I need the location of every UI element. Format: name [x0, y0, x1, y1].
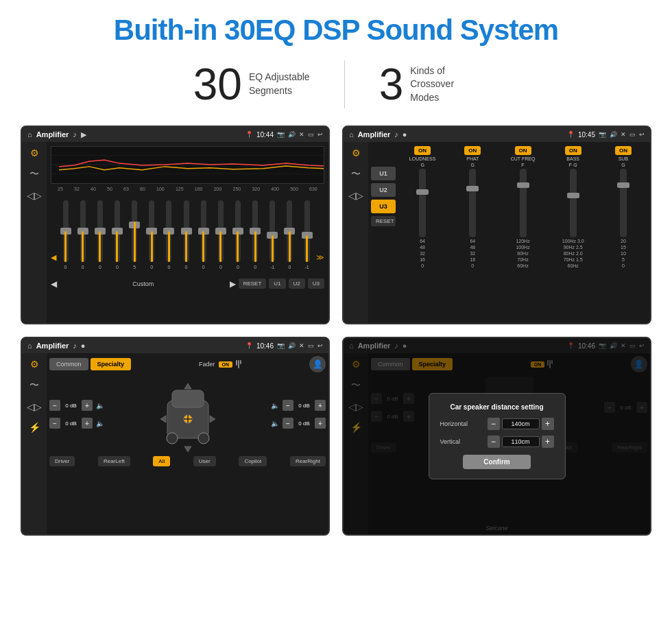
- screen-distance: ⌂ Amplifier ♪ ● 📍 10:46 📷 🔊 ✕ ▭ ↩ ⚙: [342, 337, 651, 536]
- confirm-button[interactable]: Confirm: [463, 455, 530, 469]
- stat-eq: 30 EQ Adjustable Segments: [159, 62, 344, 106]
- rr-speaker-icon: 🔈: [271, 420, 279, 427]
- screen2-title: Amplifier: [358, 130, 391, 139]
- fr-minus[interactable]: −: [283, 400, 293, 411]
- btn-driver[interactable]: Driver: [49, 456, 75, 466]
- bt-nav-icon[interactable]: ⚡: [29, 422, 40, 433]
- left-arrow[interactable]: ◀: [51, 204, 56, 265]
- ch-bass-on[interactable]: ON: [565, 146, 581, 155]
- vertical-plus[interactable]: +: [542, 436, 554, 448]
- ch-phat-label: PHAT: [466, 156, 479, 161]
- next-btn[interactable]: ▶: [230, 279, 236, 289]
- screen1-title: Amplifier: [36, 130, 69, 139]
- screen3-title: Amplifier: [36, 342, 69, 350]
- back-icon[interactable]: ↩: [317, 131, 323, 138]
- x-icon-2: ✕: [621, 131, 626, 138]
- btn-rearleft[interactable]: RearLeft: [98, 456, 130, 466]
- ch-loudness-slider[interactable]: [419, 169, 426, 237]
- screen2-body: ⚙ 〜 ◁▷ U1 U2 U3 RESET ON: [344, 142, 650, 323]
- wave-nav-icon-3[interactable]: 〜: [29, 379, 39, 392]
- btn-rearright[interactable]: RearRight: [290, 456, 326, 466]
- eq-slider-7: 0: [178, 200, 194, 270]
- rl-db-value: 0 dB: [62, 420, 80, 427]
- note-icon-3: ♪: [73, 342, 77, 350]
- preset-u1[interactable]: U1: [371, 167, 396, 180]
- ch-bass-slider[interactable]: [570, 169, 577, 237]
- car-graphic: [157, 377, 219, 452]
- screen-fader: ⌂ Amplifier ♪ ● 📍 10:46 📷 🔊 ✕ ▭ ↩ ⚙: [21, 337, 330, 536]
- stats-row: 30 EQ Adjustable Segments 3 Kinds of Cro…: [21, 60, 651, 108]
- stat-crossover: 3 Kinds of Crossover Modes: [345, 62, 514, 106]
- ch-sub: ON SUB G 20 15 10 5 0: [599, 146, 647, 319]
- ch-sub-slider[interactable]: [620, 169, 627, 237]
- crossover-main: U1 U2 U3 RESET ON LOUDNESS G: [368, 142, 650, 323]
- side-nav-3: ⚙ 〜 ◁▷ ⚡: [22, 353, 47, 534]
- wave-nav-icon-2[interactable]: 〜: [351, 168, 361, 180]
- stat-eq-number: 30: [193, 62, 242, 106]
- ch-cutfreq-on[interactable]: ON: [515, 146, 531, 155]
- right-double-arrow[interactable]: ≫: [316, 204, 324, 265]
- rl-minus[interactable]: −: [49, 418, 60, 429]
- screen3-time: 10:46: [256, 342, 274, 350]
- vol-nav-icon[interactable]: ◁▷: [27, 190, 42, 201]
- preset-u2[interactable]: U2: [371, 183, 396, 197]
- fr-plus[interactable]: +: [315, 400, 326, 411]
- home-icon[interactable]: ⌂: [27, 130, 32, 139]
- home-icon-3[interactable]: ⌂: [27, 342, 32, 350]
- eq-sliders: ◀ 0 0 0: [51, 193, 324, 276]
- eq-nav-icon-3[interactable]: ⚙: [30, 359, 39, 370]
- horizontal-plus[interactable]: +: [542, 418, 554, 430]
- screen-crossover: ⌂ Amplifier ♪ ● 📍 10:45 📷 🔊 ✕ ▭ ↩ ⚙: [342, 126, 651, 324]
- ch-phat-on[interactable]: ON: [464, 146, 481, 155]
- screen-eq: ⌂ Amplifier ♪ ▶ 📍 10:44 📷 🔊 ✕ ▭ ↩ ⚙: [21, 126, 330, 324]
- u3-btn[interactable]: U3: [308, 278, 324, 289]
- volume-icon-2: 🔊: [610, 131, 617, 138]
- rr-minus[interactable]: −: [283, 418, 293, 429]
- eq-slider-5: 0: [144, 200, 160, 270]
- tab-common[interactable]: Common: [49, 358, 88, 370]
- volume-icon-3: 🔊: [288, 342, 296, 349]
- reset-btn[interactable]: RESET: [239, 278, 267, 289]
- rl-speaker-icon: 🔈: [96, 420, 104, 427]
- tab-specialty[interactable]: Specialty: [91, 358, 132, 370]
- page-wrapper: Buith-in 30EQ DSP Sound System 30 EQ Adj…: [0, 0, 672, 644]
- ch-phat-slider[interactable]: [469, 169, 476, 237]
- back-icon-3[interactable]: ↩: [317, 342, 323, 349]
- ch-sub-on[interactable]: ON: [615, 146, 632, 155]
- rr-plus[interactable]: +: [315, 418, 326, 429]
- prev-btn[interactable]: ◀: [51, 279, 57, 289]
- rl-plus[interactable]: +: [82, 418, 93, 429]
- crossover-reset[interactable]: RESET: [371, 216, 396, 226]
- svg-marker-11: [184, 383, 191, 389]
- svg-marker-13: [160, 416, 166, 422]
- svg-point-6: [167, 433, 178, 444]
- back-icon-2[interactable]: ↩: [639, 131, 645, 138]
- eq-slider-14: -1: [299, 200, 315, 270]
- screen1-body: ⚙ 〜 ◁▷: [22, 142, 328, 323]
- home-icon-2[interactable]: ⌂: [349, 130, 354, 139]
- fl-minus[interactable]: −: [49, 400, 60, 411]
- eq-slider-6: 0: [161, 200, 177, 270]
- ch-cutfreq-slider[interactable]: [520, 169, 527, 237]
- person-icon[interactable]: 👤: [309, 356, 326, 372]
- wave-nav-icon[interactable]: 〜: [29, 168, 39, 180]
- ch-phat: ON PHAT G 64 48 32 16 0: [448, 146, 496, 319]
- eq-nav-icon-2[interactable]: ⚙: [352, 147, 361, 158]
- bookmark-icon: ▶: [81, 130, 86, 139]
- vertical-minus[interactable]: −: [488, 436, 500, 448]
- vol-nav-icon-2[interactable]: ◁▷: [348, 190, 363, 201]
- monitor-icon-2: ▭: [629, 131, 636, 138]
- location-icon-3: 📍: [245, 342, 253, 349]
- preset-u3[interactable]: U3: [371, 200, 396, 213]
- fader-on-btn[interactable]: ON: [219, 361, 233, 368]
- fl-plus[interactable]: +: [82, 400, 93, 411]
- btn-copilot[interactable]: Copilot: [239, 456, 267, 466]
- ch-loudness: ON LOUDNESS G 64 48 32 16 0: [398, 146, 446, 319]
- vol-nav-icon-3[interactable]: ◁▷: [27, 401, 42, 412]
- horizontal-minus[interactable]: −: [488, 418, 500, 430]
- u2-btn[interactable]: U2: [289, 278, 305, 289]
- eq-nav-icon[interactable]: ⚙: [30, 147, 39, 158]
- x-icon-3: ✕: [299, 342, 304, 349]
- u1-btn[interactable]: U1: [269, 278, 285, 289]
- ch-loudness-on[interactable]: ON: [414, 146, 431, 155]
